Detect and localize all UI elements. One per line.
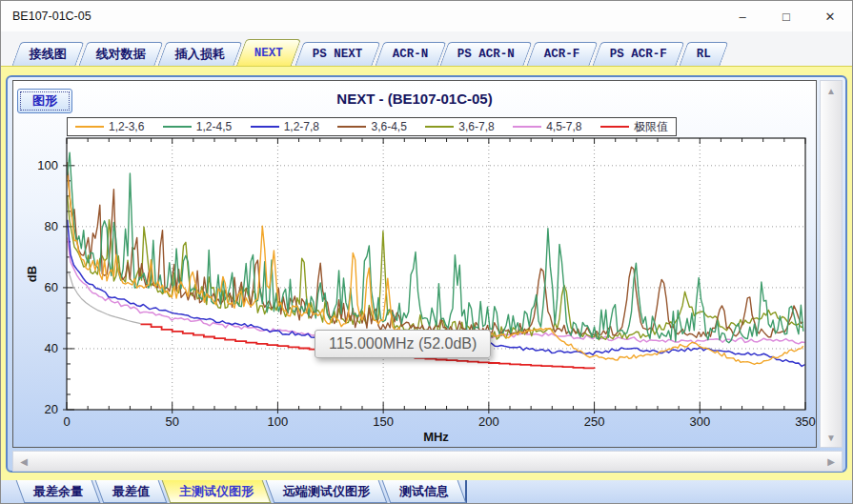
svg-text:40: 40 [45,341,58,355]
scroll-down-icon[interactable]: ▼ [821,428,842,447]
maximize-icon[interactable]: □ [764,1,808,31]
bottom-tab-2[interactable]: 主测试仪图形 [162,480,272,503]
top-tab-5[interactable]: ACR-N [375,42,446,66]
top-tab-0[interactable]: 接线图 [11,42,84,66]
tab-label: ACR-N [392,48,428,61]
chart-canvas: 05010015020025030035020406080100MHzdB [13,81,816,447]
tab-label: 线对数据 [96,46,146,63]
bottom-tab-3[interactable]: 远端测试仪图形 [266,480,388,503]
scroll-up-icon[interactable]: ▲ [821,81,842,100]
tab-label: RL [696,48,710,61]
bottom-tab-4[interactable]: 测试信息 [382,480,467,503]
graph-panel: 图形 NEXT - (BE107-01C-05) 1,2-3,61,2-4,51… [6,75,847,473]
window-controls: – □ ✕ [721,1,852,31]
tab-label: PS NEXT [313,48,363,61]
tab-label: 插入损耗 [175,46,225,63]
tab-label: 测试信息 [399,483,449,500]
tab-label: 主测试仪图形 [179,483,254,500]
active-sheet: 图形 NEXT - (BE107-01C-05) 1,2-3,61,2-4,51… [1,66,852,480]
tab-label: 接线图 [30,46,67,63]
svg-text:50: 50 [165,414,178,429]
top-tab-8[interactable]: PS ACR-F [592,42,684,66]
top-tab-2[interactable]: 插入损耗 [157,42,242,66]
top-tab-9[interactable]: RL [679,42,728,66]
tab-label: 远端测试仪图形 [283,483,370,500]
svg-text:100: 100 [37,158,58,172]
svg-text:250: 250 [584,414,605,429]
close-icon[interactable]: ✕ [808,1,852,31]
cursor-tooltip: 115.000MHz (52.0dB) [315,330,491,358]
tab-label: NEXT [254,47,283,60]
svg-text:80: 80 [45,219,58,233]
app-window: BE107-01C-05 – □ ✕ 接线图线对数据插入损耗NEXTPS NEX… [0,0,853,504]
svg-text:60: 60 [45,280,58,294]
svg-text:100: 100 [268,414,289,429]
svg-text:20: 20 [45,402,58,416]
svg-text:0: 0 [63,414,70,429]
svg-text:150: 150 [373,414,394,429]
chart-widget: 图形 NEXT - (BE107-01C-05) 1,2-3,61,2-4,51… [12,80,817,448]
top-tab-7[interactable]: ACR-F [527,42,599,66]
top-tab-3[interactable]: NEXT [236,39,301,66]
svg-text:MHz: MHz [423,430,449,444]
tab-label: 最差值 [112,483,150,500]
top-tab-6[interactable]: PS ACR-N [439,42,532,66]
top-tab-strip: 接线图线对数据插入损耗NEXTPS NEXTACR-NPS ACR-NACR-F… [1,31,852,66]
title-bar: BE107-01C-05 – □ ✕ [1,1,852,32]
tab-label: PS ACR-F [609,48,666,61]
svg-text:300: 300 [689,414,710,429]
bottom-tab-filler [465,480,852,503]
bottom-tab-1[interactable]: 最差值 [95,480,168,503]
tab-label: ACR-F [544,48,580,61]
minimize-icon[interactable]: – [721,1,764,31]
horizontal-scrollbar[interactable]: ◀ ▶ [12,451,843,472]
svg-text:dB: dB [25,266,39,282]
scroll-left-icon[interactable]: ◀ [13,452,34,471]
bottom-tab-0[interactable]: 最差余量 [16,480,101,503]
tab-label: 最差余量 [33,483,83,500]
svg-text:350: 350 [795,414,816,429]
top-tab-1[interactable]: 线对数据 [78,42,163,66]
svg-text:200: 200 [478,414,499,429]
vertical-scrollbar[interactable]: ▲ ▼ [820,80,843,448]
tab-label: PS ACR-N [457,48,515,61]
window-title: BE107-01C-05 [12,10,91,23]
scroll-right-icon[interactable]: ▶ [821,452,842,471]
top-tab-4[interactable]: PS NEXT [294,42,380,66]
bottom-tab-strip: 最差余量最差值主测试仪图形远端测试仪图形测试信息 [1,480,852,503]
